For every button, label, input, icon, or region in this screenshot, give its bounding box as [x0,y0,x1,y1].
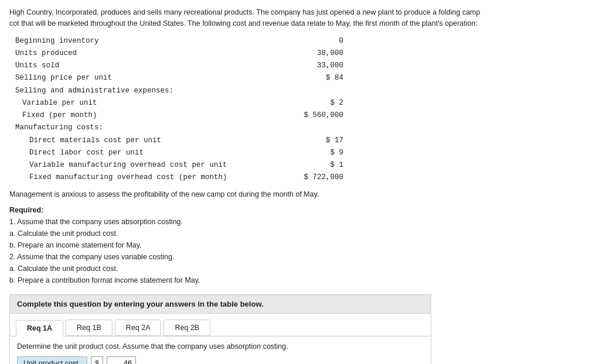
value-direct-labor: $ 9 [285,147,343,159]
data-table: Beginning inventory 0 Units produced 38,… [9,35,591,184]
question-header: Complete this question by entering your … [10,295,431,314]
question-box: Complete this question by entering your … [9,294,431,365]
cost-input[interactable] [107,356,136,364]
label-units-produced: Units produced [15,47,285,60]
row-direct-labor: Direct labor cost per unit $ 9 [15,147,343,159]
value-units-sold: 33,000 [285,60,343,72]
required-section: Required: 1. Assume that the company use… [9,204,591,286]
label-units-sold: Units sold [15,60,285,72]
unit-cost-row: Unit product cost $ [17,356,424,365]
value-variable-mfg: $ 1 [285,159,343,171]
tab-req2b[interactable]: Req 2B [163,320,210,336]
row-units-sold: Units sold 33,000 [15,60,343,72]
tab-req1b[interactable]: Req 1B [66,320,112,336]
value-beginning-inventory: 0 [285,35,343,47]
label-fixed-per-month: Fixed (per month) [15,109,285,122]
label-fixed-mfg: Fixed manufacturing overhead cost (per m… [15,171,285,184]
label-variable-per-unit: Variable per unit [15,97,285,109]
label-beginning-inventory: Beginning inventory [15,35,285,47]
value-fixed-mfg: $ 722,000 [285,171,343,184]
required-line-5: a. Calculate the unit product cost. [9,265,118,273]
row-direct-materials: Direct materials cost per unit $ 17 [15,135,343,147]
label-direct-labor: Direct labor cost per unit [15,147,285,159]
management-text: Management is anxious to assess the prof… [9,190,591,198]
row-variable-per-unit: Variable per unit $ 2 [15,97,343,109]
row-mfg-costs-header: Manufacturing costs: [15,122,343,134]
unit-product-cost-label: Unit product cost [17,356,87,365]
row-fixed-per-month: Fixed (per month) $ 560,000 [15,109,343,122]
tabs-row: Req 1A Req 1B Req 2A Req 2B [10,314,431,336]
label-selling-admin-header: Selling and administrative expenses: [15,85,285,97]
required-heading: Required: [9,206,43,214]
value-fixed-per-month: $ 560,000 [285,109,343,122]
row-fixed-mfg: Fixed manufacturing overhead cost (per m… [15,171,343,184]
value-units-produced: 38,000 [285,47,343,60]
required-line-6: b. Prepare a contribution format income … [9,276,200,284]
row-variable-mfg: Variable manufacturing overhead cost per… [15,159,343,171]
row-beginning-inventory: Beginning inventory 0 [15,35,343,47]
label-mfg-costs-header: Manufacturing costs: [15,122,285,134]
tab-content: Determine the unit product cost. Assume … [10,336,431,365]
required-line-1: 1. Assume that the company uses absorpti… [9,218,183,226]
value-variable-per-unit: $ 2 [285,97,343,109]
value-direct-materials: $ 17 [285,135,343,147]
row-units-produced: Units produced 38,000 [15,47,343,60]
value-selling-price: $ 84 [285,72,343,84]
tab-description: Determine the unit product cost. Assume … [17,342,424,351]
label-direct-materials: Direct materials cost per unit [15,135,285,147]
row-selling-price: Selling price per unit $ 84 [15,72,343,84]
required-line-3: b. Prepare an income statement for May. [9,241,142,249]
dollar-sign: $ [91,356,103,364]
tab-req1a[interactable]: Req 1A [16,320,63,336]
required-line-4: 2. Assume that the company uses variable… [9,253,174,261]
required-line-2: a. Calculate the unit product cost. [9,229,118,238]
row-selling-admin-header: Selling and administrative expenses: [15,85,343,97]
label-variable-mfg: Variable manufacturing overhead cost per… [15,159,285,171]
label-selling-price: Selling price per unit [15,72,285,84]
intro-text: High Country, Incorporated, produces and… [9,7,490,29]
tab-req2a[interactable]: Req 2A [115,320,162,336]
